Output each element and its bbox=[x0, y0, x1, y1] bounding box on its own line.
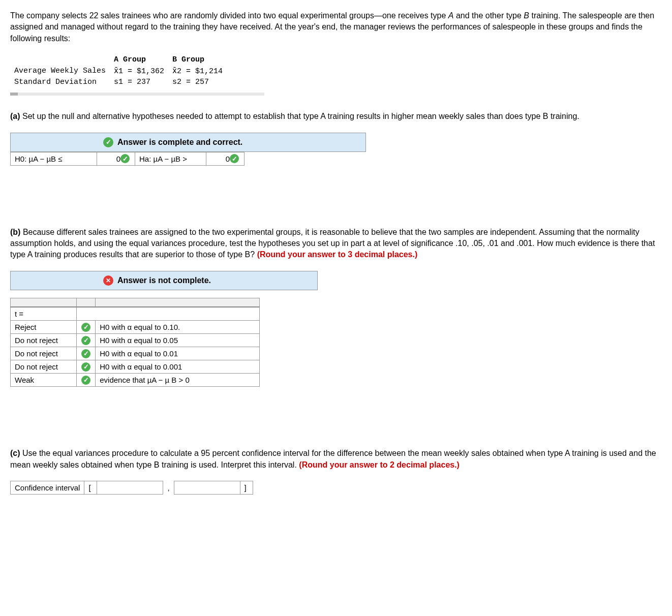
result-col1[interactable]: Do not reject bbox=[11, 334, 77, 347]
row2-a: s1 = 237 bbox=[110, 77, 168, 87]
ha-input[interactable]: 0 bbox=[206, 152, 245, 165]
answer-banner-correct: Answer is complete and correct. bbox=[10, 133, 366, 152]
h0-label: H0: µA − µB ≤ bbox=[11, 152, 97, 165]
ci-label: Confidence interval bbox=[11, 481, 84, 495]
banner-text: Answer is not complete. bbox=[117, 276, 211, 285]
check-icon bbox=[81, 336, 90, 345]
part-c-question: (c) Use the equal variances procedure to… bbox=[10, 448, 662, 471]
result-col2: H0 with α equal to 0.05 bbox=[96, 334, 260, 347]
result-col1[interactable]: Do not reject bbox=[11, 360, 77, 374]
ci-lower-input[interactable] bbox=[97, 481, 163, 495]
check-icon bbox=[230, 154, 239, 163]
result-table: t = Reject H0 with α equal to 0.10. Do n… bbox=[10, 298, 260, 387]
part-a-question: (a) Set up the null and alternative hypo… bbox=[10, 111, 662, 122]
t-label: t = bbox=[11, 307, 77, 321]
check-icon bbox=[81, 376, 90, 385]
comma: , bbox=[163, 481, 174, 495]
row2-b: s2 = 257 bbox=[168, 77, 227, 87]
h0-input[interactable]: 0 bbox=[97, 152, 135, 165]
check-icon bbox=[103, 137, 113, 147]
row1-b: x̄2 = $1,214 bbox=[168, 65, 227, 77]
result-col2: evidence that µA − µ B > 0 bbox=[96, 374, 260, 387]
col-a-header: A Group bbox=[110, 54, 168, 65]
check-icon bbox=[81, 323, 90, 332]
row2-label: Standard Deviation bbox=[10, 77, 110, 87]
confidence-interval-row: Confidence interval [ , ] bbox=[10, 481, 253, 495]
ha-label: Ha: µA − µB > bbox=[135, 152, 206, 165]
result-col2: H0 with α equal to 0.01 bbox=[96, 347, 260, 360]
t-input[interactable] bbox=[77, 307, 260, 321]
result-col2: H0 with α equal to 0.001 bbox=[96, 360, 260, 374]
result-col1[interactable]: Reject bbox=[11, 321, 77, 334]
row1-a: x̄1 = $1,362 bbox=[110, 65, 168, 77]
data-table: A Group B Group Average Weekly Sales x̄1… bbox=[10, 54, 227, 87]
check-icon bbox=[81, 362, 90, 372]
result-col1[interactable]: Do not reject bbox=[11, 347, 77, 360]
ci-upper-input[interactable] bbox=[174, 481, 240, 495]
intro-text: The company selects 22 sales trainees wh… bbox=[10, 10, 662, 44]
part-b-question: (b) Because different sales trainees are… bbox=[10, 227, 662, 261]
hypothesis-table: H0: µA − µB ≤ 0 Ha: µA − µB > 0 bbox=[10, 152, 245, 166]
horizontal-scrollbar[interactable] bbox=[10, 93, 264, 96]
row1-label: Average Weekly Sales bbox=[10, 65, 110, 77]
answer-banner-incomplete: Answer is not complete. bbox=[10, 271, 318, 290]
bracket-open: [ bbox=[84, 481, 97, 495]
cross-icon bbox=[103, 275, 113, 286]
col-b-header: B Group bbox=[168, 54, 227, 65]
check-icon bbox=[81, 349, 90, 358]
result-col2: H0 with α equal to 0.10. bbox=[96, 321, 260, 334]
bracket-close: ] bbox=[240, 481, 253, 495]
banner-text: Answer is complete and correct. bbox=[117, 138, 242, 147]
check-icon bbox=[120, 154, 130, 163]
result-col1[interactable]: Weak bbox=[11, 374, 77, 387]
